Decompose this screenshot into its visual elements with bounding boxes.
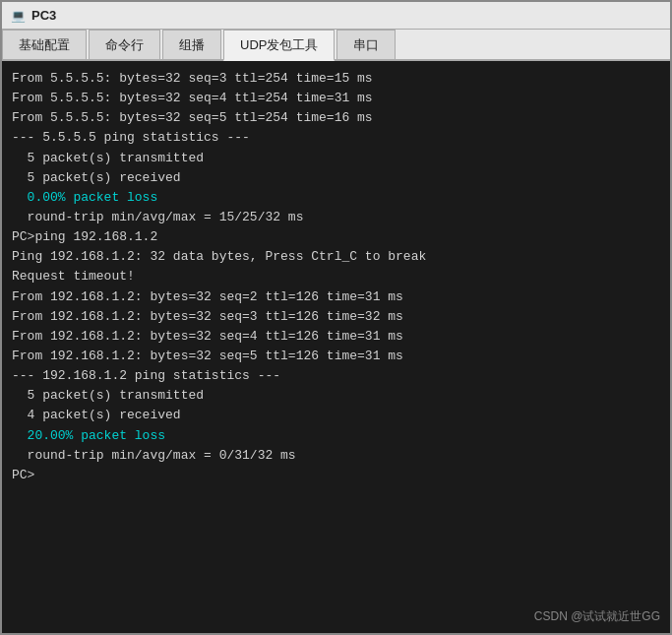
terminal-line: Request timeout! <box>12 267 660 286</box>
terminal-line: From 192.168.1.2: bytes=32 seq=4 ttl=126… <box>12 327 660 347</box>
terminal-line: 5 packet(s) transmitted <box>12 149 660 168</box>
terminal-line: 20.00% packet loss <box>12 426 660 446</box>
terminal-line: PC>ping 192.168.1.2 <box>12 227 660 247</box>
window: 💻 PC3 基础配置命令行组播UDP发包工具串口 From 5.5.5.5: b… <box>0 0 672 635</box>
window-icon: 💻 <box>10 8 26 24</box>
watermark: CSDN @试试就近世GG <box>534 607 660 625</box>
terminal-line: 5 packet(s) received <box>12 168 660 188</box>
tab-bar: 基础配置命令行组播UDP发包工具串口 <box>2 30 670 61</box>
tab-UDP发包工具[interactable]: UDP发包工具 <box>223 30 335 61</box>
terminal-line: --- 192.168.1.2 ping statistics --- <box>12 366 660 386</box>
terminal-line: 0.00% packet loss <box>12 188 660 208</box>
tab-组播[interactable]: 组播 <box>162 30 221 59</box>
terminal-line: Ping 192.168.1.2: 32 data bytes, Press C… <box>12 247 660 267</box>
terminal-line: 5 packet(s) transmitted <box>12 386 660 406</box>
terminal-line: From 5.5.5.5: bytes=32 seq=4 ttl=254 tim… <box>12 89 660 108</box>
window-title: PC3 <box>31 8 56 23</box>
tab-串口[interactable]: 串口 <box>336 30 396 59</box>
terminal-line: From 5.5.5.5: bytes=32 seq=3 ttl=254 tim… <box>12 69 660 89</box>
terminal-line: From 192.168.1.2: bytes=32 seq=5 ttl=126… <box>12 347 660 366</box>
tab-基础配置[interactable]: 基础配置 <box>2 30 87 59</box>
title-bar: 💻 PC3 <box>2 2 670 30</box>
terminal-line: round-trip min/avg/max = 0/31/32 ms <box>12 446 660 466</box>
terminal-line: 4 packet(s) received <box>12 406 660 425</box>
terminal-line: round-trip min/avg/max = 15/25/32 ms <box>12 208 660 227</box>
tab-命令行[interactable]: 命令行 <box>89 30 160 59</box>
terminal-line: PC> <box>12 466 660 485</box>
terminal-line: --- 5.5.5.5 ping statistics --- <box>12 128 660 148</box>
terminal[interactable]: From 5.5.5.5: bytes=32 seq=3 ttl=254 tim… <box>2 61 670 633</box>
terminal-line: From 192.168.1.2: bytes=32 seq=3 ttl=126… <box>12 307 660 327</box>
terminal-line: From 5.5.5.5: bytes=32 seq=5 ttl=254 tim… <box>12 108 660 128</box>
terminal-line: From 192.168.1.2: bytes=32 seq=2 ttl=126… <box>12 287 660 307</box>
